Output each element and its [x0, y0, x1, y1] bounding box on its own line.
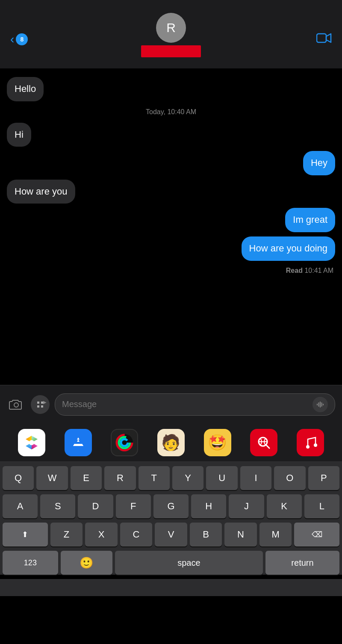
- key-I[interactable]: I: [240, 466, 271, 490]
- key-J[interactable]: J: [229, 494, 264, 518]
- timestamp-1: Today, 10:40 AM: [7, 108, 335, 116]
- key-S[interactable]: S: [40, 494, 75, 518]
- bottom-bar: [0, 579, 342, 596]
- avatar: R: [156, 13, 186, 43]
- num-key[interactable]: 123: [3, 551, 58, 575]
- emoji-key[interactable]: 🙂: [61, 551, 112, 575]
- key-P[interactable]: P: [308, 466, 339, 490]
- read-receipt: Read 10:41 AM: [7, 267, 335, 275]
- svg-rect-6: [323, 404, 324, 405]
- camera-button[interactable]: [7, 395, 26, 414]
- app-dock: 🧑 🤩: [0, 423, 342, 462]
- input-area: ▶: [0, 385, 342, 423]
- key-Q[interactable]: Q: [3, 466, 34, 490]
- svg-point-15: [306, 445, 310, 449]
- key-B[interactable]: B: [190, 523, 222, 547]
- delete-key[interactable]: ⌫: [294, 523, 339, 547]
- svg-rect-0: [317, 34, 326, 42]
- svg-line-13: [266, 445, 269, 448]
- message-input[interactable]: [62, 399, 308, 409]
- fitness-app-icon[interactable]: [111, 429, 138, 456]
- globesearch-app-icon[interactable]: [250, 429, 277, 456]
- memoji1-app-icon[interactable]: 🧑: [157, 429, 185, 456]
- message-bubble-3: Hey: [303, 151, 335, 175]
- message-bubble-4: How are you: [7, 180, 75, 204]
- svg-point-7: [29, 440, 34, 445]
- apps-button[interactable]: ▶: [31, 395, 50, 414]
- svg-rect-2: [317, 404, 318, 405]
- message-bubble-2: Hi: [7, 123, 31, 147]
- message-bubble-1: Hello: [7, 77, 44, 101]
- key-X[interactable]: X: [85, 523, 118, 547]
- svg-rect-4: [320, 402, 321, 408]
- space-key[interactable]: space: [115, 551, 263, 575]
- back-button[interactable]: ‹ 8: [10, 32, 28, 46]
- key-Z[interactable]: Z: [50, 523, 83, 547]
- key-G[interactable]: G: [153, 494, 189, 518]
- key-K[interactable]: K: [267, 494, 302, 518]
- photos-app-icon[interactable]: [18, 429, 45, 456]
- key-C[interactable]: C: [120, 523, 153, 547]
- audio-button[interactable]: [313, 397, 328, 412]
- key-M[interactable]: M: [259, 523, 292, 547]
- message-bubble-5: Im great: [285, 208, 335, 232]
- return-key[interactable]: return: [265, 551, 339, 575]
- svg-rect-3: [318, 402, 319, 407]
- back-chevron-icon: ‹: [10, 32, 14, 46]
- back-badge: 8: [16, 33, 28, 45]
- svg-rect-5: [321, 402, 322, 407]
- key-Y[interactable]: Y: [172, 466, 203, 490]
- header: ‹ 8 R: [0, 0, 342, 68]
- key-O[interactable]: O: [274, 466, 305, 490]
- key-row-4: 123 🙂 space return: [3, 551, 339, 575]
- key-row-2: A S D F G H J K L: [3, 494, 339, 518]
- contact-name-bar: [141, 45, 201, 57]
- key-V[interactable]: V: [155, 523, 187, 547]
- messages-area: Hello Today, 10:40 AM Hi Hey How are you…: [0, 68, 342, 385]
- shift-key[interactable]: ⬆: [3, 523, 48, 547]
- keyboard: Q W E R T Y U I O P A S D F G H J K L ⬆ …: [0, 462, 342, 575]
- key-N[interactable]: N: [224, 523, 257, 547]
- key-row-3: ⬆ Z X C V B N M ⌫: [3, 523, 339, 547]
- key-U[interactable]: U: [206, 466, 237, 490]
- contact-info[interactable]: R: [141, 13, 201, 57]
- video-call-button[interactable]: [316, 32, 332, 47]
- svg-point-16: [314, 443, 317, 447]
- message-bubble-6: How are you doing: [242, 236, 335, 261]
- music-app-icon[interactable]: [297, 429, 324, 456]
- appstore-app-icon[interactable]: [65, 429, 92, 456]
- message-input-container[interactable]: [55, 393, 335, 416]
- key-T[interactable]: T: [139, 466, 170, 490]
- memoji2-app-icon[interactable]: 🤩: [204, 429, 231, 456]
- key-F[interactable]: F: [116, 494, 151, 518]
- key-D[interactable]: D: [78, 494, 113, 518]
- key-row-1: Q W E R T Y U I O P: [3, 466, 339, 490]
- key-W[interactable]: W: [36, 466, 68, 490]
- key-L[interactable]: L: [304, 494, 339, 518]
- key-A[interactable]: A: [3, 494, 38, 518]
- svg-point-1: [14, 403, 18, 407]
- key-E[interactable]: E: [71, 466, 102, 490]
- key-H[interactable]: H: [191, 494, 226, 518]
- key-R[interactable]: R: [104, 466, 136, 490]
